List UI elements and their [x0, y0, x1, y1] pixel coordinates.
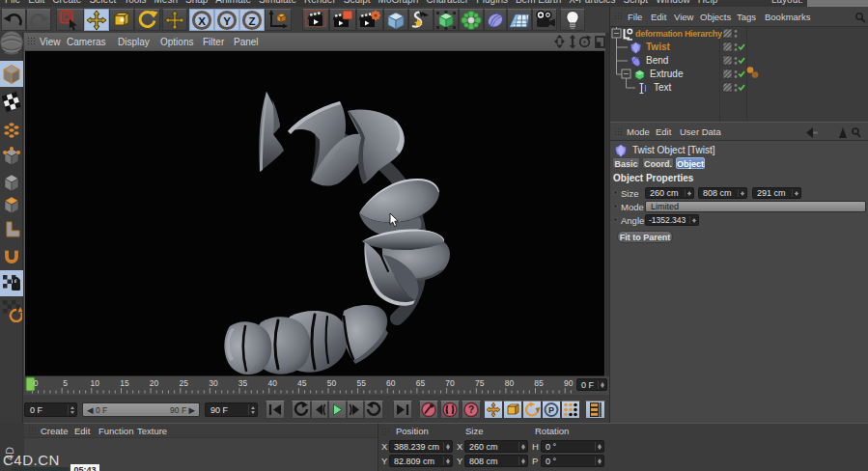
- svg-text:P: P: [548, 405, 554, 415]
- svg-text:Z: Z: [248, 14, 255, 26]
- svg-text:?: ?: [468, 404, 474, 415]
- svg-text:X: X: [198, 14, 206, 26]
- svg-text:Y: Y: [223, 14, 231, 26]
